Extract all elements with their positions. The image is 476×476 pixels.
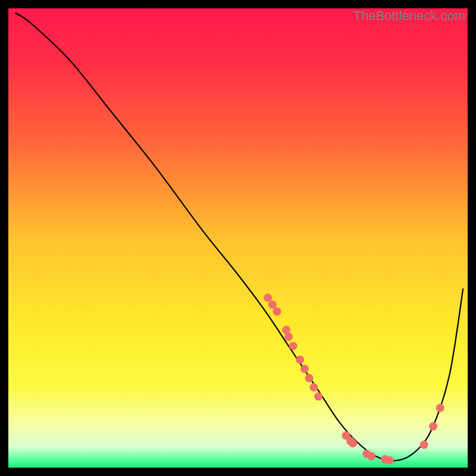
- scatter-point: [284, 333, 293, 341]
- watermark-text: TheBottleneck.com: [353, 8, 465, 24]
- scatter-point: [429, 422, 437, 431]
- scatter-point: [296, 356, 304, 364]
- scatter-point: [314, 392, 322, 400]
- scatter-point: [305, 374, 314, 382]
- scatter-point: [300, 365, 309, 373]
- scatter-point: [264, 293, 272, 302]
- bottleneck-chart: [8, 8, 468, 468]
- scatter-point: [436, 404, 444, 412]
- gradient-background: [8, 8, 468, 468]
- scatter-point: [273, 308, 281, 316]
- scatter-point: [367, 452, 375, 461]
- scatter-point: [349, 439, 357, 447]
- scatter-point: [289, 342, 298, 350]
- scatter-point: [420, 440, 428, 449]
- chart-frame: TheBottleneck.com: [8, 8, 468, 468]
- scatter-point: [309, 383, 318, 392]
- scatter-point: [268, 300, 277, 309]
- scatter-point: [386, 456, 394, 465]
